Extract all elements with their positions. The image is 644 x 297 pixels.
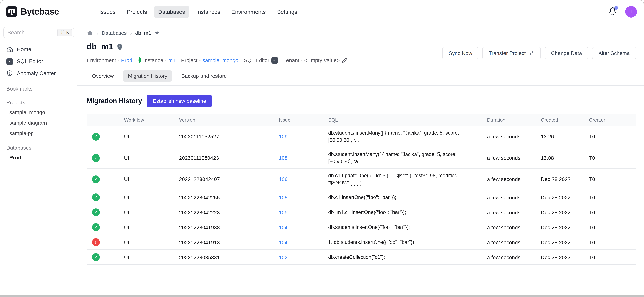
table-row[interactable]: UI 20221228042223 105 db_m1.c1.insertOne… [87,205,636,220]
brand[interactable]: Bytebase [6,6,59,18]
sidebar-item-sql-editor[interactable]: >_ SQL Editor [3,55,74,67]
search-shortcut: ⌘ K [57,29,72,36]
workflow-cell: UI [119,221,174,234]
creator-cell: T0 [584,151,636,164]
home-icon [6,46,13,53]
creator-cell: T0 [584,251,636,263]
project-link[interactable]: sample_mongo [202,57,238,63]
table-row[interactable]: UI 20230111050423 108 db.student.insertM… [87,147,636,168]
main-content: › Databases › db_m1 ★ db_m1 [77,23,644,295]
cmd-key-icon: ⌘ [60,30,65,35]
transfer-arrows-icon [529,50,535,56]
sidebar-item-home[interactable]: Home [3,43,74,55]
search-input[interactable] [8,30,57,36]
status-icon [92,133,100,140]
issue-link[interactable]: 104 [279,224,288,230]
sql-cell: db.createCollection("c1"); [323,250,482,264]
tab-backup-restore[interactable]: Backup and restore [176,70,232,82]
table-header-row: Workflow Version Issue SQL Duration Crea… [87,114,636,126]
sidebar: ⌘ K Home >_ SQL Editor [0,23,77,295]
search-box: ⌘ K [3,27,74,38]
workflow-cell: UI [119,130,174,143]
table-row[interactable]: UI 20230111052527 109 db.students.insert… [87,126,636,147]
change-data-button[interactable]: Change Data [545,47,588,59]
section-label: Bookmarks [3,84,74,93]
issue-link[interactable]: 105 [279,209,288,215]
edit-pencil-icon[interactable] [342,57,347,63]
sql-cell: 1. db.students.insertOne({"foo": "bar"})… [323,235,482,249]
migration-section-head: Migration History Establish new baseline [87,95,636,107]
app-window: Bytebase Issues Projects Databases Insta… [0,0,644,297]
tabs-divider [77,85,644,86]
meta-instance: Instance - m1 [138,57,176,64]
sql-cell: db.c1.insertOne({"foo": "bar"}); [323,190,482,204]
nav-item-projects[interactable]: Projects [122,6,152,18]
table-row[interactable]: UI 20221228042255 105 db.c1.insertOne({"… [87,190,636,205]
transfer-project-button[interactable]: Transfer Project [482,47,541,59]
migration-heading: Migration History [87,97,142,105]
tab-migration-history[interactable]: Migration History [123,70,172,82]
workflow-cell: UI [119,191,174,204]
nav-links: Issues Projects Databases Instances Envi… [95,6,302,18]
instance-link[interactable]: m1 [168,57,176,63]
alter-schema-button[interactable]: Alter Schema [592,47,636,59]
creator-cell: T0 [584,236,636,248]
sql-cell: db.students.insertMany([ { name: "Jacika… [323,126,482,147]
breadcrumb-databases[interactable]: Databases [102,30,127,36]
sidebar-item-sample-mongo[interactable]: sample_mongo [3,107,74,117]
environment-link[interactable]: Prod [121,57,132,63]
nav-item-settings[interactable]: Settings [272,6,302,18]
sidebar-item-prod[interactable]: Prod [3,152,74,163]
table-row[interactable]: UI 20221228041913 104 1. db.students.ins… [87,234,636,249]
workflow-cell: UI [119,206,174,219]
issue-link[interactable]: 105 [279,194,288,200]
sidebar-item-label: Anomaly Center [17,70,56,76]
bytebase-logo-icon [6,6,18,18]
version-cell: 20230111052527 [174,130,274,143]
nav-item-environments[interactable]: Environments [227,6,270,18]
meta-project: Project - sample_mongo [181,57,238,63]
table-row[interactable]: UI 20221228041938 104 db.students.insert… [87,220,636,234]
duration-cell: a few seconds [482,221,536,234]
sidebar-item-sample-diagram[interactable]: sample-diagram [3,117,74,128]
sidebar-item-anomaly-center[interactable]: Anomaly Center [3,67,74,79]
meta-tenant: Tenant - <Empty Value> [284,57,347,63]
issue-link[interactable]: 108 [279,155,288,161]
col-duration: Duration [482,114,536,126]
favorite-star-icon[interactable]: ★ [155,30,160,36]
nav-item-instances[interactable]: Instances [192,6,225,18]
breadcrumb: › Databases › db_m1 ★ [87,30,636,36]
breadcrumb-home-icon[interactable] [87,30,93,36]
tenant-value: <Empty Value> [304,57,340,63]
section-label: Databases [3,143,74,152]
establish-baseline-button[interactable]: Establish new baseline [147,95,212,107]
issue-link[interactable]: 106 [279,176,288,182]
sql-editor-terminal-icon[interactable]: >_ [271,57,278,63]
issue-link[interactable]: 109 [279,134,288,140]
created-cell: Dec 28 2022 [536,221,584,234]
sync-now-button[interactable]: Sync Now [442,47,478,59]
database-tabs: Overview Migration History Backup and re… [87,70,636,82]
database-meta-row: Environment - Prod Instance - [87,57,442,64]
status-icon [92,223,100,231]
page-title: db_m1 [87,42,113,52]
sql-cell: db.c1.updateOne( { _id: 3 }, [ { $set: {… [323,169,482,190]
breadcrumb-current: db_m1 [135,30,152,36]
issue-link[interactable]: 102 [279,254,288,260]
nav-item-databases[interactable]: Databases [154,6,190,18]
shield-alert-icon [6,70,13,77]
table-row[interactable]: UI 20221228035331 102 db.createCollectio… [87,249,636,264]
duration-cell: a few seconds [482,251,536,263]
issue-link[interactable]: 104 [279,239,288,245]
top-navbar: Bytebase Issues Projects Databases Insta… [0,0,644,23]
created-cell: Dec 28 2022 [536,236,584,248]
table-row[interactable]: UI 20221228042407 106 db.c1.updateOne( {… [87,168,636,190]
tab-overview[interactable]: Overview [87,70,119,82]
user-avatar[interactable]: T [625,6,637,18]
duration-cell: a few seconds [482,151,536,164]
sql-cell: db_m1.c1.insertOne({"foo": "bar"}); [323,205,482,219]
notification-bell-icon[interactable] [608,7,617,16]
sidebar-item-sample-pg[interactable]: sample-pg [3,128,74,138]
workflow-cell: UI [119,173,174,186]
nav-item-issues[interactable]: Issues [95,6,120,18]
